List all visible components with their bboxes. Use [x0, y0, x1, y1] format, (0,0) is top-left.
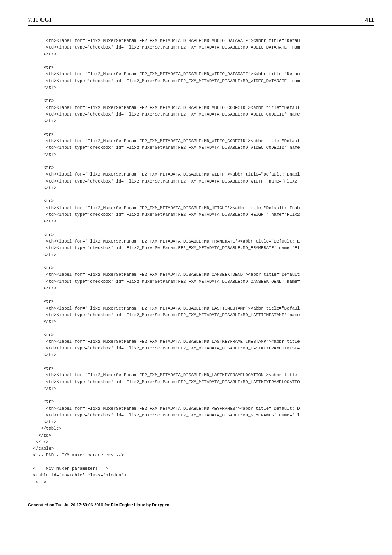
page-header: 7.11 CGI 411 [28, 16, 374, 26]
footer-text: Generated on Tue Jul 20 17:39:03 2010 fo… [28, 503, 169, 507]
code-listing: <th><label for='Flix2_MuxerSetParam:FE2_… [28, 37, 374, 486]
header-page-number: 411 [365, 16, 374, 23]
page: 7.11 CGI 411 <th><label for='Flix2_Muxer… [0, 0, 392, 555]
header-section: 7.11 CGI [28, 16, 52, 23]
footer-rule: Generated on Tue Jul 20 17:39:03 2010 fo… [28, 498, 374, 508]
